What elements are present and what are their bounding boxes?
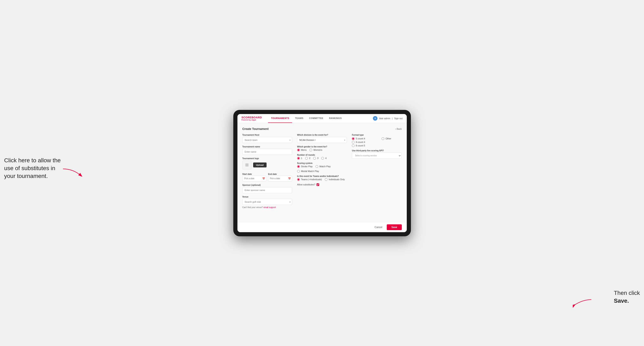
tournament-logo-label: Tournament logo bbox=[242, 157, 292, 160]
format-other-radio[interactable] bbox=[382, 137, 384, 140]
scoring-service-select[interactable]: Select a scoring service bbox=[352, 153, 402, 159]
calendar-end-icon: 📅 bbox=[288, 177, 291, 180]
scoring-medal-radio[interactable] bbox=[297, 170, 300, 173]
venue-input[interactable] bbox=[242, 199, 292, 205]
rounds-4-option[interactable]: 4 bbox=[321, 157, 326, 160]
logo-powered: Powered by clippd bbox=[242, 119, 262, 121]
rounds-1-radio[interactable] bbox=[297, 157, 300, 160]
scoring-match-radio[interactable] bbox=[316, 165, 318, 168]
rounds-3-option[interactable]: 3 bbox=[313, 157, 318, 160]
format-5count4-radio[interactable] bbox=[352, 137, 354, 140]
scoring-medal-option[interactable]: Medal Match Play bbox=[297, 170, 319, 173]
scoring-field: Scoring system Stroke Play Match Play bbox=[297, 162, 347, 173]
gender-label: Which gender is the event for? bbox=[297, 146, 347, 148]
sponsor-field: Sponsor (optional) bbox=[242, 184, 292, 193]
scoring-match-option[interactable]: Match Play bbox=[316, 165, 330, 168]
back-link[interactable]: Back bbox=[395, 128, 402, 130]
individuals-only-radio[interactable] bbox=[325, 178, 328, 181]
image-icon bbox=[245, 163, 249, 167]
tournament-name-input[interactable] bbox=[242, 149, 292, 155]
tournament-logo-field: Tournament logo Upload bbox=[242, 157, 292, 170]
annotation-left-text: Click here to allow the use of substitut… bbox=[4, 157, 61, 179]
sponsor-input[interactable] bbox=[242, 187, 292, 193]
date-row: Start date 📅 End date 📅 bbox=[242, 172, 292, 181]
rounds-2-radio[interactable] bbox=[305, 157, 308, 160]
user-name: blair admin bbox=[379, 117, 390, 120]
form-footer: Cancel Save bbox=[238, 222, 407, 232]
form-col-1: Tournament Host Tournament name Tourname… bbox=[242, 134, 292, 208]
gender-womens-option[interactable]: Womens bbox=[310, 149, 322, 151]
teams-label: Is this event for Teams and/or Individua… bbox=[297, 175, 347, 177]
division-select-wrapper: NCAA Division I bbox=[297, 137, 347, 143]
scoring-api-label: Use third-party live scoring API? bbox=[352, 150, 402, 152]
gender-womens-radio[interactable] bbox=[310, 149, 312, 151]
date-field: Start date 📅 End date 📅 bbox=[242, 172, 292, 181]
format-6count5-option[interactable]: 6 count 5 bbox=[352, 144, 402, 147]
rounds-4-radio[interactable] bbox=[321, 157, 324, 160]
venue-field: Venue Can't find your venue? email suppo… bbox=[242, 196, 292, 208]
rounds-field: Number of rounds 1 2 bbox=[297, 154, 347, 160]
sponsor-label: Sponsor (optional) bbox=[242, 184, 292, 186]
logo-brand: clippd bbox=[251, 119, 256, 121]
avatar: B bbox=[373, 116, 378, 121]
logo-placeholder bbox=[242, 161, 252, 170]
teams-plus-individuals-option[interactable]: Teams (+Individuals) bbox=[297, 178, 322, 181]
scoring-stroke-option[interactable]: Stroke Play bbox=[297, 165, 312, 168]
venue-label: Venue bbox=[242, 196, 292, 198]
nav-link-teams[interactable]: TEAMS bbox=[292, 114, 306, 123]
format-6count4-option[interactable]: 6 count 4 bbox=[352, 141, 402, 144]
rounds-2-option[interactable]: 2 bbox=[305, 157, 310, 160]
nav-right: B blair admin | Sign out bbox=[373, 116, 402, 121]
gender-mens-option[interactable]: Mens bbox=[297, 149, 306, 151]
gender-field: Which gender is the event for? Mens Wome… bbox=[297, 146, 347, 151]
tournament-host-field: Tournament Host bbox=[242, 134, 292, 143]
nav-link-tournaments[interactable]: TOURNAMENTS bbox=[268, 114, 292, 123]
format-options: 5 count 4 Other bbox=[352, 137, 402, 147]
cancel-button[interactable]: Cancel bbox=[372, 224, 385, 230]
gender-options: Mens Womens bbox=[297, 149, 347, 151]
nav-link-committee[interactable]: COMMITTEE bbox=[306, 114, 326, 123]
substitutes-field: Allow substitutes? bbox=[297, 183, 347, 186]
division-field: Which division is the event for? NCAA Di… bbox=[297, 134, 347, 143]
teams-field: Is this event for Teams and/or Individua… bbox=[297, 175, 347, 181]
start-date-field: Start date 📅 bbox=[242, 172, 266, 181]
nav-divider: | bbox=[392, 117, 392, 120]
rounds-label: Number of rounds bbox=[297, 154, 347, 156]
teams-plus-radio[interactable] bbox=[297, 178, 300, 181]
upload-button[interactable]: Upload bbox=[253, 163, 266, 168]
nav-link-rankings[interactable]: RANKINGS bbox=[326, 114, 344, 123]
division-label: Which division is the event for? bbox=[297, 134, 347, 136]
format-6count5-radio[interactable] bbox=[352, 144, 354, 147]
substitutes-checkbox[interactable] bbox=[316, 183, 319, 186]
annotation-right-text2: Save. bbox=[614, 298, 629, 304]
tournament-host-select-wrapper bbox=[242, 137, 292, 143]
arrow-left-icon bbox=[61, 167, 86, 179]
annotation-right-text1: Then click bbox=[614, 290, 640, 296]
substitutes-label-row[interactable]: Allow substitutes? bbox=[297, 183, 347, 186]
rounds-options: 1 2 3 4 bbox=[297, 157, 347, 160]
email-support-link[interactable]: email support bbox=[264, 206, 276, 208]
venue-helper: Can't find your venue? email support bbox=[242, 206, 292, 208]
format-6count4-radio[interactable] bbox=[352, 141, 354, 144]
tournament-name-field: Tournament name bbox=[242, 146, 292, 155]
save-button[interactable]: Save bbox=[387, 224, 402, 230]
form-grid: Tournament Host Tournament name Tourname… bbox=[242, 134, 402, 208]
scoring-stroke-radio[interactable] bbox=[297, 165, 300, 168]
format-other-option[interactable]: Other bbox=[382, 137, 391, 140]
scoring-options: Stroke Play Match Play Medal Match Play bbox=[297, 165, 347, 173]
sign-out-link[interactable]: Sign out bbox=[394, 117, 402, 120]
gender-mens-radio[interactable] bbox=[297, 149, 300, 151]
tablet-frame: SCOREBOARD Powered by clippd TOURNAMENTS… bbox=[233, 110, 411, 236]
logo-scoreboard: SCOREBOARD bbox=[242, 116, 262, 119]
division-select[interactable]: NCAA Division I bbox=[297, 137, 347, 143]
scoring-service-wrapper: Select a scoring service bbox=[352, 153, 402, 159]
format-5count4-option[interactable]: 5 count 4 bbox=[352, 137, 365, 140]
top-nav: SCOREBOARD Powered by clippd TOURNAMENTS… bbox=[238, 114, 407, 123]
annotation-left: Click here to allow the use of substitut… bbox=[4, 157, 62, 180]
rounds-1-option[interactable]: 1 bbox=[297, 157, 302, 160]
tournament-host-input[interactable] bbox=[242, 137, 292, 143]
rounds-3-radio[interactable] bbox=[313, 157, 316, 160]
content-header: Create Tournament Back bbox=[242, 127, 402, 131]
individuals-only-option[interactable]: Individuals Only bbox=[325, 178, 345, 181]
tablet-screen: SCOREBOARD Powered by clippd TOURNAMENTS… bbox=[238, 114, 407, 232]
